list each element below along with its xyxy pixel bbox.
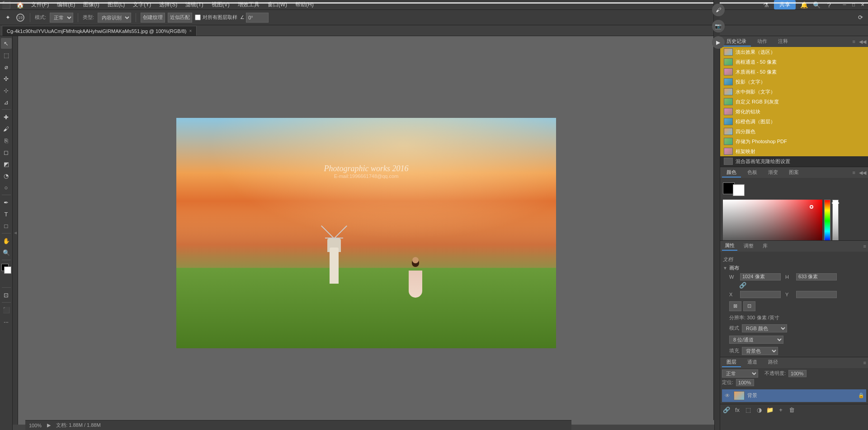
mode-select[interactable]: 正常 — [50, 13, 73, 23]
hand-tool[interactable]: ✋ — [1, 235, 12, 246]
bit-depth-select[interactable]: 8 位/通道 — [729, 336, 783, 344]
type-select[interactable]: 内容识别 — [98, 13, 131, 23]
layers-panel-expand[interactable]: ≡ — [863, 360, 866, 365]
actions-tab[interactable]: 动作 — [753, 37, 772, 47]
path-tool[interactable]: ✒ — [1, 197, 12, 208]
side-panel-icon-3[interactable]: ▶ — [712, 36, 725, 49]
move-tool[interactable]: ↖ — [1, 38, 12, 49]
history-item-3[interactable]: 投影（文字） — [720, 77, 868, 87]
notes-tab[interactable]: 注释 — [774, 37, 793, 47]
color-panel-collapse[interactable]: ◀◀ — [859, 170, 866, 176]
canvas-expand-left[interactable]: ◀ — [13, 36, 18, 430]
color-panel-expand[interactable]: ≡ — [853, 170, 855, 175]
menu-item-image[interactable]: 图像(I) — [80, 0, 103, 9]
fill-select[interactable]: 背景色 — [742, 347, 778, 355]
hue-slider[interactable] — [824, 200, 830, 240]
history-item-2[interactable]: 木质画框 - 50 像素 — [720, 67, 868, 77]
menu-item-select[interactable]: 选择(S) — [156, 0, 181, 9]
menu-item-file[interactable]: 文件(F) — [28, 0, 52, 9]
history-item-12[interactable]: Your Action 1 — [720, 166, 868, 167]
angle-input[interactable] — [246, 13, 269, 23]
help-icon[interactable]: ? — [825, 0, 834, 9]
object-selection-tool[interactable]: ✣ — [1, 73, 12, 84]
layer-mask-icon[interactable]: ⬚ — [744, 406, 753, 415]
dodge-tool[interactable]: ○ — [1, 182, 12, 193]
props-panel-expand[interactable]: ≡ — [863, 243, 866, 249]
link-dimensions-icon[interactable]: 🔗 — [739, 282, 746, 289]
document-tab[interactable]: Cg-4k1c90huIYVUuACmjFMhfnqkAAHyhwiGIRMAK… — [2, 26, 197, 36]
text-tool[interactable]: T — [1, 209, 12, 220]
layer-visibility-icon[interactable]: 👁 — [724, 393, 731, 399]
home-icon[interactable]: 🏠 — [14, 1, 27, 9]
extra-tools-button[interactable]: ··· — [1, 316, 12, 327]
canvas-collapse-header[interactable]: ▼ 画布 — [723, 265, 865, 271]
crop-tool[interactable]: ⊹ — [1, 85, 12, 96]
menu-item-view[interactable]: 视图(V) — [208, 0, 233, 9]
history-item-1[interactable]: 画框通道 - 50 像素 — [720, 57, 868, 67]
libraries-tab[interactable]: 库 — [760, 242, 770, 250]
brush-tool[interactable]: 🖌 — [1, 123, 12, 134]
fill-input[interactable] — [736, 379, 754, 386]
properties-tab[interactable]: 属性 — [722, 241, 737, 251]
menu-item-window[interactable]: 窗口(W) — [264, 0, 291, 9]
history-item-11[interactable]: 混合器画笔克隆绘图设置 — [720, 156, 868, 166]
layers-tab[interactable]: 图层 — [722, 358, 741, 367]
shape-tool[interactable]: □ — [1, 220, 12, 231]
menu-item-plugins[interactable]: 增效工具 — [234, 0, 263, 9]
nearby-match-button[interactable]: 近似匹配 — [168, 13, 192, 23]
eraser-tool[interactable]: ◻ — [1, 147, 12, 158]
minimize-button[interactable]: ─ — [841, 1, 848, 9]
background-color[interactable] — [4, 266, 11, 274]
maximize-button[interactable]: □ — [850, 1, 857, 9]
layer-lock-icon[interactable]: 🔒 — [858, 393, 864, 398]
pattern-tab[interactable]: 图案 — [784, 168, 803, 178]
channels-tab[interactable]: 通道 — [743, 358, 762, 367]
menu-item-edit[interactable]: 编辑(E) — [53, 0, 79, 9]
mode-field-select[interactable]: RGB 颜色 — [742, 324, 787, 332]
layer-fx-icon[interactable]: fx — [733, 406, 742, 415]
history-item-7[interactable]: 棕橙色调（图层） — [720, 117, 868, 126]
fit-page-button[interactable]: ⊠ — [729, 301, 741, 311]
healing-brush-icon[interactable]: ✦ — [3, 13, 13, 23]
history-tab[interactable]: 历史记录 — [722, 37, 751, 47]
x-input[interactable] — [740, 291, 781, 298]
close-button[interactable]: ✕ — [859, 1, 866, 9]
layer-new-icon[interactable]: + — [776, 406, 785, 415]
history-item-0[interactable]: 淡出效果（选区） — [720, 47, 868, 57]
menu-item-help[interactable]: 帮助(H) — [292, 0, 317, 9]
zoom-tool[interactable]: 🔍 — [1, 247, 12, 258]
blend-mode-select[interactable]: 正常 — [722, 369, 758, 378]
history-item-6[interactable]: 熔化的铝块 — [720, 107, 868, 117]
history-item-8[interactable]: 四分颜色 — [720, 126, 868, 136]
share-button[interactable]: 共享 — [774, 0, 796, 9]
search-icon[interactable]: 🔍 — [812, 0, 821, 9]
menu-item-filter[interactable]: 滤镜(T) — [182, 0, 207, 9]
side-panel-icon-1[interactable]: 🖌 — [712, 4, 725, 16]
refresh-icon[interactable]: ⟳ — [855, 13, 865, 23]
menu-item-layer[interactable]: 图层(L) — [104, 0, 129, 9]
fill-page-button[interactable]: ⊡ — [743, 301, 755, 311]
opacity-slider[interactable] — [832, 200, 839, 240]
opacity-input[interactable] — [788, 370, 807, 377]
selection-tool[interactable]: ⬚ — [1, 50, 12, 61]
history-panel-collapse[interactable]: ◀◀ — [859, 39, 866, 45]
all-layers-checkbox[interactable] — [195, 14, 201, 20]
gradient-tool[interactable]: ◩ — [1, 159, 12, 169]
layer-delete-icon[interactable]: 🗑 — [787, 406, 796, 415]
color-boxes[interactable] — [1, 264, 11, 274]
history-items-list[interactable]: 淡出效果（选区） 画框通道 - 50 像素 木质画框 - 50 像素 投影（文字… — [720, 47, 868, 167]
adjustments-tab[interactable]: 调整 — [741, 242, 756, 250]
history-panel-expand[interactable]: ≡ — [853, 39, 855, 44]
y-input[interactable] — [796, 291, 837, 298]
history-item-5[interactable]: 自定义 RGB 到灰度 — [720, 97, 868, 107]
blur-tool[interactable]: ◔ — [1, 170, 12, 181]
height-input[interactable] — [796, 273, 837, 280]
healing-tool[interactable]: ✚ — [1, 112, 12, 122]
clone-tool[interactable]: ⎘ — [1, 135, 12, 146]
gradient-tab[interactable]: 渐变 — [764, 168, 783, 178]
create-texture-button[interactable]: 创建纹理 — [141, 13, 165, 23]
layer-link-icon[interactable]: 🔗 — [722, 406, 731, 415]
brush-size-indicator[interactable]: 19 — [15, 13, 25, 23]
menu-item-text[interactable]: 文字(Y) — [129, 0, 155, 9]
flask-icon[interactable]: ⚗ — [761, 0, 770, 9]
